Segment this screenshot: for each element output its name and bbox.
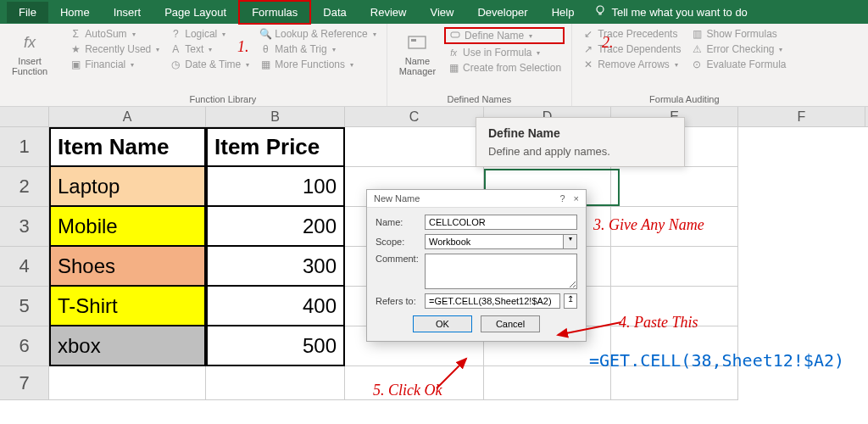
bulb-icon bbox=[594, 5, 606, 20]
cell-b1[interactable]: Item Price bbox=[206, 127, 345, 167]
define-name-tooltip: Define Name Define and apply names. bbox=[476, 117, 685, 167]
tell-me-search[interactable]: Tell me what you want to do bbox=[594, 5, 747, 20]
cell-e2[interactable] bbox=[611, 167, 738, 207]
annotation-1: 1. bbox=[237, 38, 249, 56]
question-icon: ? bbox=[170, 28, 181, 40]
cell-a7[interactable] bbox=[49, 366, 206, 400]
financial-button[interactable]: ▣Financial▾ bbox=[66, 58, 163, 71]
cell-a4[interactable]: Shoes bbox=[49, 247, 206, 287]
tag-icon bbox=[449, 30, 461, 42]
tell-me-text: Tell me what you want to do bbox=[611, 6, 747, 19]
remove-arrows-button[interactable]: ✕Remove Arrows▾ bbox=[579, 58, 684, 71]
svg-rect-3 bbox=[451, 32, 459, 37]
scope-select[interactable]: Workbook ▾ bbox=[425, 234, 577, 249]
lookup-reference-button[interactable]: 🔍Lookup & Reference▾ bbox=[256, 27, 379, 41]
col-header-a[interactable]: A bbox=[49, 107, 206, 126]
dialog-close-button[interactable]: × bbox=[574, 193, 579, 204]
show-formulas-icon: ▥ bbox=[691, 28, 703, 40]
annotation-3: 3. Give Any Name bbox=[593, 216, 704, 234]
menu-formulas[interactable]: Formulas bbox=[238, 0, 311, 25]
row-header-4[interactable]: 4 bbox=[0, 247, 49, 287]
row-header-6[interactable]: 6 bbox=[0, 326, 49, 366]
svg-point-0 bbox=[597, 6, 604, 13]
create-from-selection-button[interactable]: ▦Create from Selection bbox=[444, 61, 565, 75]
svg-rect-1 bbox=[409, 36, 426, 48]
cell-b2[interactable]: 100 bbox=[206, 167, 345, 207]
row-header-3[interactable]: 3 bbox=[0, 207, 49, 247]
tooltip-body: Define and apply names. bbox=[488, 145, 672, 158]
name-manager-button[interactable]: Name Manager bbox=[394, 27, 441, 92]
autosum-button[interactable]: ΣAutoSum▾ bbox=[66, 27, 163, 41]
chevron-down-icon[interactable]: ▾ bbox=[563, 235, 576, 248]
cell-b3[interactable]: 200 bbox=[206, 207, 345, 247]
trace-dependents-button[interactable]: ↗Trace Dependents bbox=[579, 42, 684, 56]
use-in-formula-button[interactable]: fxUse in Formula▾ bbox=[444, 46, 565, 59]
menu-view[interactable]: View bbox=[418, 2, 465, 23]
cell-b4[interactable]: 300 bbox=[206, 247, 345, 287]
define-name-button[interactable]: Define Name▾ bbox=[444, 27, 565, 44]
cell-b6[interactable]: 500 bbox=[206, 326, 345, 366]
comment-label: Comment: bbox=[376, 254, 420, 264]
name-manager-icon bbox=[405, 31, 429, 54]
svg-line-4 bbox=[558, 322, 621, 335]
menu-file[interactable]: File bbox=[7, 2, 48, 23]
recently-used-button[interactable]: ★Recently Used▾ bbox=[66, 42, 163, 56]
dialog-help-button[interactable]: ? bbox=[559, 193, 565, 204]
comment-textarea[interactable] bbox=[425, 254, 577, 289]
math-trig-button[interactable]: θMath & Trig▾ bbox=[256, 42, 379, 56]
col-header-b[interactable]: B bbox=[206, 107, 345, 126]
col-header-c[interactable]: C bbox=[345, 107, 484, 126]
show-formulas-button[interactable]: ▥Show Formulas bbox=[687, 27, 789, 41]
cell-a6[interactable]: xbox bbox=[49, 326, 206, 366]
remove-arrows-icon: ✕ bbox=[582, 59, 594, 70]
range-picker-icon[interactable]: ↥ bbox=[564, 293, 577, 309]
error-checking-button[interactable]: ⚠Error Checking▾ bbox=[687, 42, 789, 56]
menu-insert[interactable]: Insert bbox=[102, 2, 153, 23]
more-functions-button[interactable]: ▦More Functions▾ bbox=[256, 58, 379, 71]
trace-precedents-icon: ↙ bbox=[582, 28, 594, 40]
date-time-button[interactable]: ◷Date & Time▾ bbox=[166, 58, 253, 71]
cell-e4[interactable] bbox=[611, 247, 738, 287]
menu-help[interactable]: Help bbox=[540, 2, 587, 23]
selection-icon: ▦ bbox=[448, 62, 459, 74]
row-header-2[interactable]: 2 bbox=[0, 167, 49, 207]
cell-a5[interactable]: T-Shirt bbox=[49, 287, 206, 326]
lookup-icon: 🔍 bbox=[259, 28, 271, 40]
cell-a1[interactable]: Item Name bbox=[49, 127, 206, 167]
scope-value: Workbook bbox=[426, 235, 563, 248]
evaluate-formula-button[interactable]: ⊙Evaluate Formula bbox=[687, 58, 789, 71]
row-header-5[interactable]: 5 bbox=[0, 287, 49, 326]
annotation-5: 5. Click Ok bbox=[373, 382, 442, 399]
cell-b5[interactable]: 400 bbox=[206, 287, 345, 326]
cell-c1[interactable] bbox=[345, 127, 484, 167]
fx-icon: fx bbox=[18, 31, 42, 54]
money-icon: ▣ bbox=[70, 59, 81, 70]
col-header-f[interactable]: F bbox=[738, 107, 865, 126]
row-header-1[interactable]: 1 bbox=[0, 127, 49, 167]
trace-precedents-button[interactable]: ↙Trace Precedents bbox=[579, 27, 684, 41]
cell-e7[interactable] bbox=[611, 366, 738, 400]
menu-home[interactable]: Home bbox=[48, 2, 102, 23]
star-icon: ★ bbox=[70, 43, 81, 55]
annotation-2: 2. bbox=[602, 34, 614, 52]
menu-data[interactable]: Data bbox=[311, 2, 358, 23]
tooltip-title: Define Name bbox=[488, 126, 672, 140]
ribbon: fx Insert Function ΣAutoSum▾ ★Recently U… bbox=[0, 24, 868, 107]
menu-review[interactable]: Review bbox=[359, 2, 419, 23]
cell-a3[interactable]: Mobile bbox=[49, 207, 206, 247]
name-input[interactable] bbox=[425, 215, 577, 230]
refers-to-input[interactable] bbox=[425, 293, 560, 309]
ok-button[interactable]: OK bbox=[413, 315, 472, 332]
menu-developer[interactable]: Developer bbox=[465, 2, 539, 23]
defined-names-group-label: Defined Names bbox=[394, 92, 565, 104]
cell-d7[interactable] bbox=[484, 366, 611, 400]
insert-function-button[interactable]: fx Insert Function bbox=[7, 27, 53, 104]
row-header-7[interactable]: 7 bbox=[0, 366, 49, 400]
name-label: Name: bbox=[376, 217, 420, 227]
dialog-title-bar[interactable]: New Name ? × bbox=[367, 190, 586, 208]
cancel-button[interactable]: Cancel bbox=[481, 315, 540, 332]
cell-b7[interactable] bbox=[206, 366, 345, 400]
cell-a2[interactable]: Laptop bbox=[49, 167, 206, 207]
menu-page-layout[interactable]: Page Layout bbox=[153, 2, 238, 23]
column-headers: A B C D E F bbox=[0, 107, 868, 127]
